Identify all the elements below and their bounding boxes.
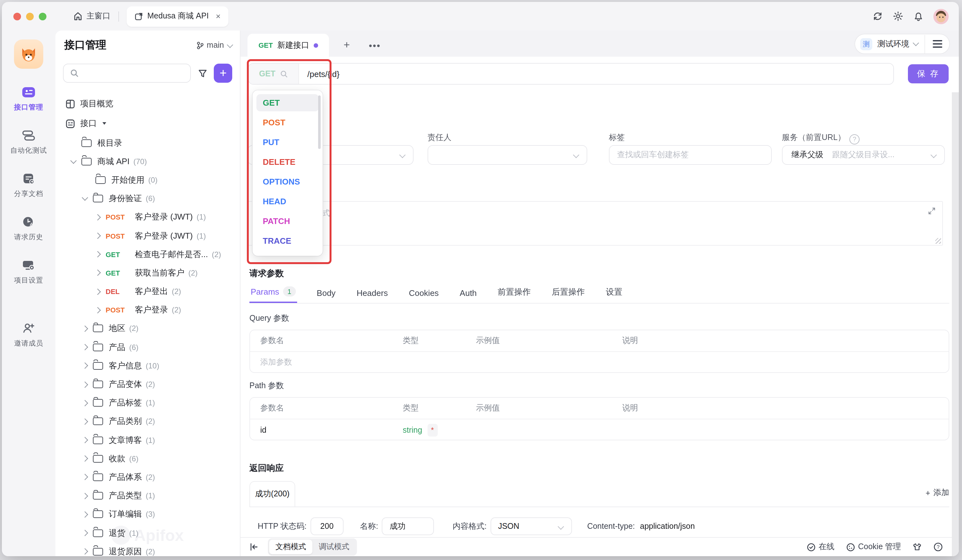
add-param-row[interactable]: 添加参数 [250,352,949,373]
method-option[interactable]: OPTIONS [253,173,323,190]
chevron-icon[interactable] [95,232,101,239]
project-logo[interactable] [14,39,43,69]
param-type[interactable]: string [403,425,422,434]
chevron-icon[interactable] [82,511,88,518]
content-format-select[interactable]: JSON [491,517,572,535]
method-option[interactable]: POST [253,114,323,131]
chevron-icon[interactable] [82,418,88,425]
tab-auth[interactable]: Auth [458,288,478,303]
chevron-icon[interactable] [82,381,88,387]
rail-item-project-settings[interactable]: 项目设置 [14,258,43,285]
env-menu-button[interactable] [925,40,949,48]
tree-item[interactable]: 产品体系 (2) [55,468,240,486]
tree-item[interactable]: 根目录 [55,134,240,152]
tree-item[interactable]: 产品 (6) [55,338,240,357]
method-option[interactable]: PATCH [253,213,323,230]
tab-body[interactable]: Body [316,288,337,303]
tab-pre-actions[interactable]: 前置操作 [497,286,532,303]
chevron-icon[interactable] [82,363,88,369]
traffic-lights[interactable] [13,13,47,20]
param-name[interactable]: id [250,425,403,434]
new-tab-button[interactable]: + [337,36,356,55]
search-input[interactable] [63,64,190,83]
notifications-bell-icon[interactable] [913,11,924,22]
chevron-icon[interactable] [82,549,88,555]
refresh-icon[interactable] [872,11,883,22]
response-tab-success-200[interactable]: 成功(200) [249,481,295,507]
method-select[interactable]: GET [249,64,299,84]
sidebar-item-project-overview[interactable]: 项目概览 [55,94,240,113]
project-tab[interactable]: Medusa 商城 API × [126,6,228,26]
table-row[interactable]: id string* [250,420,949,441]
help-icon[interactable]: ? [933,542,943,552]
settings-gear-icon[interactable] [893,11,904,22]
tree-item[interactable]: 文章博客 (1) [55,431,240,449]
description-textarea[interactable]: 支持 Markdown 格式 [247,201,943,245]
chevron-icon[interactable] [95,251,101,258]
method-option[interactable]: DELETE [253,153,323,171]
owner-select[interactable] [428,145,587,165]
scrollbar[interactable] [952,92,959,556]
user-avatar[interactable] [933,9,949,24]
tree-item[interactable]: 地区 (2) [55,320,240,338]
tab-cookies[interactable]: Cookies [408,288,440,303]
zoom-window-button[interactable] [39,13,47,20]
cookie-manager[interactable]: Cookie 管理 [846,542,901,552]
tags-input[interactable]: 查找或回车创建标签 [609,145,772,165]
method-option[interactable]: PUT [253,134,323,151]
online-status[interactable]: 在线 [806,542,834,552]
chevron-icon[interactable] [82,326,88,332]
theme-shirt-icon[interactable] [912,542,922,552]
tab-overflow-button[interactable]: ••• [365,36,384,55]
debug-mode-button[interactable]: 调试模式 [312,540,356,554]
tree-item[interactable]: POST 客户登录 (2) [55,301,240,319]
method-option[interactable]: TRACE [253,232,323,249]
tree-item[interactable]: 身份验证 (6) [55,189,240,208]
url-bar[interactable]: GET /pets/{id} [248,63,894,85]
tree-item[interactable]: 产品类型 (1) [55,486,240,505]
status-code-input[interactable]: 200 [310,517,344,535]
url-path-input[interactable]: /pets/{id} [307,69,339,79]
tree-item[interactable]: 商城 API (70) [55,152,240,171]
tree-item[interactable]: GET 检查电子邮件是否... (2) [55,245,240,263]
tab-headers[interactable]: Headers [355,288,389,303]
tree-item[interactable]: 退货原因 (2) [55,542,240,556]
chevron-icon[interactable] [82,194,88,201]
response-name-input[interactable]: 成功 [382,517,434,535]
resize-handle[interactable] [935,238,941,244]
tree-item[interactable]: POST 客户登录 (JWT) (1) [55,208,240,226]
add-response-button[interactable]: +添加 [925,487,949,498]
home-tab[interactable]: 主窗口 [73,11,110,22]
tab-params[interactable]: Params 1 [249,286,297,303]
collapse-sidebar-icon[interactable] [249,542,259,552]
rail-item-invite-members[interactable]: 邀请成员 [14,321,43,348]
tree-item[interactable]: POST 客户登录 (JWT) (1) [55,226,240,245]
tree-item[interactable]: 客户信息 (10) [55,357,240,375]
tree-item[interactable]: 开始使用 (0) [55,171,240,189]
help-icon[interactable]: ? [849,134,860,144]
doc-mode-button[interactable]: 文档模式 [269,540,312,554]
add-api-button[interactable]: + [214,64,232,83]
sidebar-item-interfaces[interactable]: 接口 [55,113,240,134]
close-tab-icon[interactable]: × [216,11,221,21]
tree-item[interactable]: 订单编辑 (3) [55,505,240,524]
tree-item[interactable]: GET 获取当前客户 (2) [55,264,240,282]
tree-item[interactable]: DEL 客户登出 (2) [55,282,240,301]
rail-item-api-management[interactable]: 接口管理 [14,85,43,112]
method-option[interactable]: GET [253,94,323,111]
chevron-icon[interactable] [95,214,101,221]
filter-button[interactable] [194,65,210,81]
dropdown-scrollbar[interactable] [318,95,321,149]
tree-item[interactable]: 产品变体 (2) [55,375,240,394]
method-option[interactable]: HEAD [253,193,323,210]
chevron-icon[interactable] [95,288,101,295]
branch-selector[interactable]: main [196,41,232,50]
chevron-icon[interactable] [82,400,88,406]
rail-item-request-history[interactable]: 请求历史 [14,215,43,242]
expand-icon[interactable] [928,207,936,215]
tree-item[interactable]: 收款 (6) [55,449,240,468]
chevron-icon[interactable] [82,474,88,481]
chevron-icon[interactable] [95,307,101,313]
chevron-icon[interactable] [70,158,77,164]
rail-item-automated-testing[interactable]: 自动化测试 [11,128,47,155]
